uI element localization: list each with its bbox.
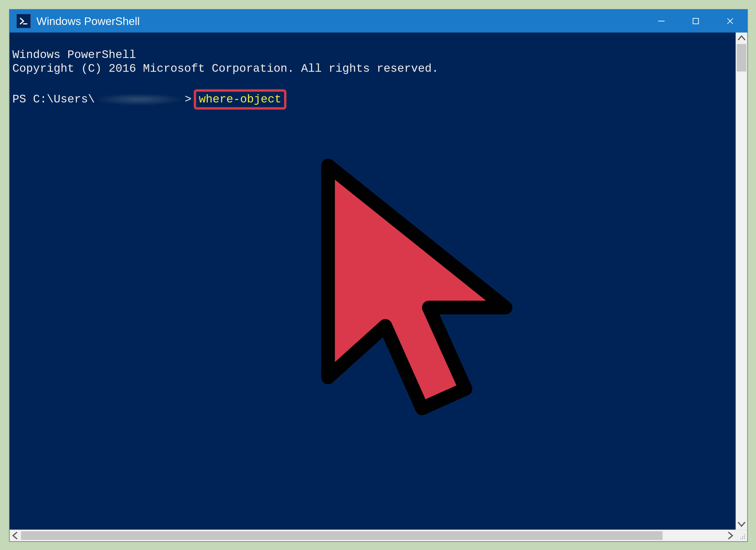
window-body: Windows PowerShell Copyright (C) 2016 Mi… — [10, 33, 747, 541]
chevron-left-icon — [10, 530, 21, 541]
typed-command[interactable]: where-object — [199, 93, 281, 106]
svg-rect-3 — [693, 18, 698, 24]
close-button[interactable] — [713, 10, 747, 33]
vertical-scrollbar[interactable] — [736, 33, 747, 530]
svg-point-6 — [744, 534, 745, 535]
vertical-scroll-thumb[interactable] — [737, 44, 746, 71]
scroll-down-button[interactable] — [736, 518, 747, 530]
console-banner-line1: Windows PowerShell — [12, 48, 136, 61]
vertical-scroll-track[interactable] — [736, 44, 747, 518]
prompt-prefix: PS C:\Users\ — [12, 93, 95, 106]
scroll-left-button[interactable] — [10, 530, 21, 541]
close-icon — [726, 16, 735, 26]
scroll-up-button[interactable] — [736, 33, 747, 44]
cursor-arrow-icon — [214, 140, 466, 438]
horizontal-scrollbar[interactable] — [10, 530, 747, 541]
svg-point-8 — [744, 536, 745, 537]
console-banner-line2: Copyright (C) 2016 Microsoft Corporation… — [12, 62, 438, 75]
maximize-icon — [691, 16, 700, 26]
powershell-window: Windows PowerShell Windows PowerShell Co… — [9, 9, 748, 542]
chevron-down-icon — [736, 518, 747, 530]
command-highlight-box: where-object — [194, 89, 286, 109]
console-area[interactable]: Windows PowerShell Copyright (C) 2016 Mi… — [10, 33, 736, 530]
resize-grip-icon — [739, 533, 746, 540]
maximize-button[interactable] — [679, 10, 713, 33]
console-row: Windows PowerShell Copyright (C) 2016 Mi… — [10, 33, 747, 530]
resize-grip[interactable] — [736, 530, 747, 541]
prompt-chevron: > — [185, 93, 192, 106]
horizontal-scroll-track[interactable] — [21, 530, 724, 541]
svg-point-9 — [740, 538, 741, 539]
titlebar[interactable]: Windows PowerShell — [10, 10, 747, 33]
redacted-username — [96, 93, 183, 105]
svg-point-7 — [742, 536, 743, 537]
chevron-right-icon — [724, 530, 736, 541]
minimize-button[interactable] — [644, 10, 679, 33]
chevron-up-icon — [736, 33, 747, 44]
svg-point-11 — [744, 538, 745, 539]
horizontal-scroll-thumb[interactable] — [21, 531, 663, 540]
powershell-icon — [16, 14, 31, 28]
minimize-icon — [657, 16, 666, 26]
prompt-line: PS C:\Users\>where-object — [12, 89, 733, 109]
svg-point-10 — [742, 538, 743, 539]
scroll-right-button[interactable] — [724, 530, 736, 541]
window-title: Windows PowerShell — [36, 15, 140, 27]
